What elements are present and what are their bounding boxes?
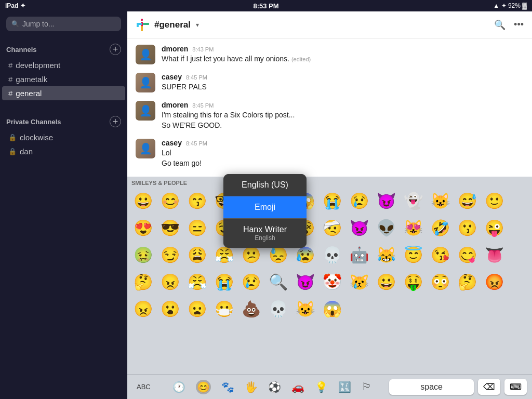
emoji-icon[interactable]: 😊 (196, 380, 211, 394)
sidebar-item-gametalk[interactable]: # gametalk (2, 72, 125, 86)
emoji-cell[interactable]: 🤑 (400, 268, 427, 295)
emoji-cell[interactable]: 😍 (129, 214, 156, 241)
emoji-keyboard: SMILEYS & PEOPLE 😀😊😙🤓😐😲😱😭😢😈👻😺😅🙂😍😎😑🤤😨😯😵🤕👿… (127, 177, 532, 374)
emoji-cell[interactable]: 😢 (237, 268, 264, 295)
emoji-cell[interactable]: 😺 (291, 295, 318, 322)
lang-option-hanx[interactable]: Hanx Writer English (223, 219, 307, 248)
emoji-cell[interactable]: 💩 (237, 295, 264, 322)
header-right: 🔍 ••• (494, 19, 524, 31)
emoji-grid: 😀😊😙🤓😐😲😱😭😢😈👻😺😅🙂😍😎😑🤤😨😯😵🤕👿👽😻🤣😗😜🤢😏😩😤😕😓😰💀🤖😹😇😘… (127, 187, 532, 322)
emoji-cell[interactable]: 😗 (454, 214, 481, 241)
emoji-cell[interactable]: 😈 (291, 268, 318, 295)
svg-rect-2 (137, 23, 142, 25)
emoji-cell[interactable]: 😻 (400, 214, 427, 241)
emoji-cell[interactable]: 👻 (400, 187, 427, 214)
emoji-cell[interactable]: 😹 (373, 241, 400, 268)
svg-rect-7 (141, 29, 143, 31)
flags-icon[interactable]: 🏳 (362, 381, 372, 393)
emoji-cell[interactable]: 😙 (183, 187, 210, 214)
emoji-cell[interactable]: 😜 (481, 214, 508, 241)
lock-icon: 🔒 (8, 134, 17, 141)
emoji-cell[interactable]: 😷 (210, 295, 237, 322)
emoji-cell[interactable]: 🔍 (264, 268, 291, 295)
sports-icon[interactable]: ⚽ (268, 381, 281, 393)
emoji-cell[interactable]: 😀 (129, 187, 156, 214)
edited-label: (edited) (291, 56, 311, 62)
emoji-cell[interactable]: 🤔 (129, 268, 156, 295)
emoji-cell[interactable]: 😑 (183, 214, 210, 241)
emoji-cell[interactable]: 😿 (345, 268, 373, 295)
abc-button[interactable]: ABC (132, 381, 155, 393)
emoji-cell[interactable]: 🤢 (129, 241, 156, 268)
lang-option-hanx-sublabel: English (232, 234, 298, 242)
message-time: 8:45 PM (192, 102, 214, 109)
emoji-cell[interactable]: 😇 (400, 241, 427, 268)
language-picker-dropdown[interactable]: English (US) Emoji Hanx Writer English (223, 174, 307, 248)
emoji-cell[interactable]: 😘 (427, 241, 454, 268)
emoji-cell[interactable]: 😭 (210, 268, 237, 295)
emoji-cell[interactable]: 🤕 (318, 214, 345, 241)
hand-icon[interactable]: 🖐 (245, 381, 258, 393)
objects-icon[interactable]: 💡 (315, 381, 328, 393)
emoji-cell[interactable]: 😈 (373, 187, 400, 214)
emoji-cell[interactable]: 😺 (427, 187, 454, 214)
lang-option-english[interactable]: English (US) (223, 174, 307, 196)
keyboard-switch-button[interactable]: ⌨ (504, 379, 527, 395)
emoji-cell[interactable]: 😦 (183, 295, 210, 322)
sidebar-item-dan[interactable]: 🔒 dan (2, 144, 125, 158)
emoji-cell[interactable]: 👽 (373, 214, 400, 241)
more-options-button[interactable]: ••• (514, 19, 524, 30)
slack-logo (136, 18, 150, 32)
emoji-cell[interactable]: 😎 (156, 214, 183, 241)
hash-icon: # (8, 89, 12, 98)
emoji-cell[interactable]: 😠 (156, 268, 183, 295)
emoji-cell[interactable]: 😊 (156, 187, 183, 214)
emoji-cell[interactable]: 😳 (427, 268, 454, 295)
lock-icon: 🔒 (8, 148, 17, 155)
nature-icon[interactable]: 🐾 (221, 381, 234, 393)
travel-icon[interactable]: 🚗 (291, 381, 304, 393)
emoji-cell[interactable]: 😤 (183, 268, 210, 295)
emoji-cell[interactable]: 😋 (454, 241, 481, 268)
emoji-cell[interactable]: 😅 (454, 187, 481, 214)
emoji-cell[interactable]: 🤖 (345, 241, 373, 268)
sidebar-item-clockwise[interactable]: 🔒 clockwise (2, 130, 125, 144)
message-time: 8:45 PM (186, 140, 207, 147)
lang-option-emoji-label: Emoji (255, 203, 275, 211)
message-text: What if I just let you have all my onion… (162, 54, 524, 64)
emoji-cell[interactable]: 😩 (183, 241, 210, 268)
space-button[interactable]: space (389, 379, 474, 395)
symbols-icon[interactable]: 🔣 (338, 381, 351, 393)
add-private-channel-button[interactable]: + (110, 116, 121, 127)
table-row: 👤 dmoren 8:45 PM I'm stealing this for a… (136, 101, 524, 130)
channel-dropdown-icon[interactable]: ▾ (196, 21, 199, 29)
emoji-cell[interactable]: 😡 (481, 268, 508, 295)
emoji-cell[interactable]: 🙂 (481, 187, 508, 214)
emoji-cell[interactable]: 😠 (129, 295, 156, 322)
emoji-cell[interactable]: 🤡 (318, 268, 345, 295)
search-button[interactable]: 🔍 (494, 19, 506, 31)
avatar: 👤 (136, 73, 155, 92)
emoji-cell[interactable]: 😢 (345, 187, 373, 214)
emoji-cell[interactable]: 💀 (264, 295, 291, 322)
search-bar[interactable]: 🔍 Jump to... (6, 17, 121, 31)
emoji-cell[interactable]: 😱 (318, 295, 345, 322)
clock-icon[interactable]: 🕐 (172, 381, 185, 393)
emoji-cell[interactable]: 💀 (318, 241, 345, 268)
emoji-cell[interactable]: 😀 (373, 268, 400, 295)
add-channel-button[interactable]: + (110, 44, 121, 55)
sidebar-item-development[interactable]: # development (2, 58, 125, 72)
emoji-cell[interactable]: 👿 (345, 214, 373, 241)
emoji-cell[interactable]: 😭 (318, 187, 345, 214)
emoji-cell[interactable]: 👅 (481, 241, 508, 268)
delete-button[interactable]: ⌫ (478, 379, 500, 395)
emoji-cell[interactable]: 🤔 (454, 268, 481, 295)
lang-option-emoji[interactable]: Emoji (223, 196, 307, 218)
emoji-cell[interactable]: 😏 (156, 241, 183, 268)
emoji-cell[interactable]: 🤣 (427, 214, 454, 241)
message-author: dmoren (162, 101, 188, 109)
emoji-cell[interactable]: 😮 (156, 295, 183, 322)
message-text: Lol (162, 148, 524, 158)
keyboard-bottom-bar: ABC 🕐 😊 🐾 🖐 ⚽ 🚗 💡 🔣 🏳 space ⌫ ⌨ (127, 374, 532, 399)
sidebar-item-general[interactable]: # general (2, 86, 125, 100)
